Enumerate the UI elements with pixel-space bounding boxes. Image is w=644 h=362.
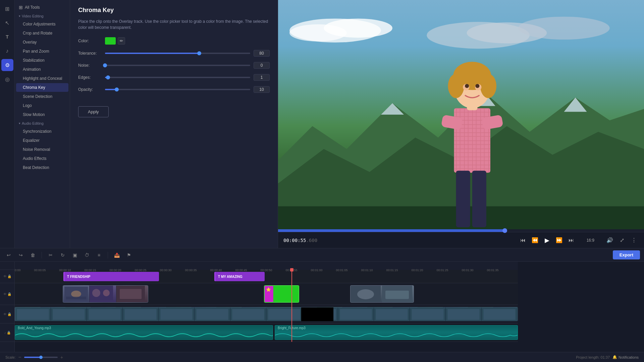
tool-noise-removal[interactable]: Noise Removal	[16, 145, 68, 154]
tolerance-track[interactable]	[105, 53, 250, 54]
noise-track[interactable]	[105, 65, 250, 66]
svg-point-20	[480, 74, 496, 98]
edges-thumb[interactable]	[106, 75, 110, 79]
track-controls-column: 👁 🔒 👁 🔒 👁 🔒 ♪ 🔒	[0, 262, 15, 352]
text-track-vis-icon[interactable]: 👁	[3, 275, 7, 278]
video-track-vis-icon[interactable]: 👁	[3, 292, 7, 296]
overlay-track-vis-icon[interactable]: 👁	[3, 312, 7, 316]
cut-button[interactable]: ✂	[46, 250, 55, 260]
tool-beat-detection[interactable]: Beat Detection	[16, 163, 68, 172]
next-frame-button[interactable]: ⏩	[554, 236, 564, 245]
ripple-button[interactable]: ↻	[58, 250, 67, 260]
all-tools-header[interactable]: ⊞ All Tools	[15, 3, 70, 12]
tool-overlay[interactable]: Overlay	[16, 38, 68, 47]
scale-thumb[interactable]	[39, 356, 43, 359]
icon-bar-music[interactable]: ♪	[1, 45, 13, 57]
svg-rect-47	[15, 307, 518, 321]
noise-thumb[interactable]	[103, 63, 107, 67]
tool-chroma-key[interactable]: Chroma Key	[16, 83, 68, 92]
tool-scene-detection[interactable]: Scene Detection	[16, 92, 68, 101]
video-editing-section[interactable]: ▾ Video Editing	[15, 12, 70, 19]
svg-marker-3	[381, 103, 404, 115]
tool-stabilization[interactable]: Stabilization	[16, 56, 68, 65]
opacity-thumb[interactable]	[115, 87, 119, 92]
icon-bar-text[interactable]: T	[1, 31, 13, 43]
apply-button[interactable]: Apply	[78, 106, 109, 117]
speed-button[interactable]: ⏱	[82, 250, 92, 260]
fullscreen-icon[interactable]: ⤢	[617, 236, 627, 245]
flag-button[interactable]: ⚑	[124, 250, 133, 260]
ruler-mark-14: 00:01:10	[361, 268, 373, 272]
tool-equalizer[interactable]: Equalizer	[16, 136, 68, 145]
audio-editing-section[interactable]: ▾ Audio Editing	[15, 119, 70, 127]
tool-pan-and-zoom[interactable]: Pan and Zoom	[16, 47, 68, 56]
overlay-track-lock-icon[interactable]: 🔒	[7, 312, 11, 316]
tool-logo[interactable]: Logo	[16, 101, 68, 110]
tolerance-thumb[interactable]	[197, 51, 201, 55]
volume-icon[interactable]: 🔊	[605, 236, 614, 245]
markers-button[interactable]: ≡	[94, 250, 104, 260]
person-svg	[417, 27, 527, 229]
my-amazing-clip[interactable]: T MY AMAZING	[214, 272, 265, 281]
svg-rect-48	[301, 307, 333, 321]
color-swatch[interactable]	[105, 37, 116, 45]
delete-button[interactable]: 🗑	[28, 250, 38, 260]
export-button[interactable]: Export	[613, 250, 640, 259]
tool-animation[interactable]: Animation	[16, 65, 68, 74]
tool-slow-motion[interactable]: Slow Motion	[16, 110, 68, 119]
green-screen-clip[interactable]: ⭐	[264, 285, 299, 303]
undo-button[interactable]: ↩	[4, 250, 13, 260]
grid-icon: ⊞	[19, 5, 23, 10]
opacity-track[interactable]	[105, 89, 250, 90]
preview-progress-bar[interactable]	[278, 229, 644, 232]
timeline-area: ↩ ↪ 🗑 ✂ ↻ ▣ ⏱ ≡ 📤 ⚑ Export 👁 🔒 👁 🔒	[0, 248, 644, 362]
audio-track-vis-icon[interactable]: ♪	[4, 331, 6, 335]
text-track-lock-icon[interactable]: 🔒	[7, 275, 11, 278]
icon-bar-grid[interactable]: ⊞	[1, 3, 13, 15]
main-video-clip[interactable]	[15, 307, 518, 321]
crop-button[interactable]: ▣	[70, 250, 79, 260]
tool-audio-effects[interactable]: Audio Effects	[16, 154, 68, 163]
icon-bar-cursor[interactable]: ↖	[1, 17, 13, 29]
scale-minus-icon[interactable]: −	[18, 354, 21, 360]
play-button[interactable]: ▶	[542, 236, 552, 245]
edges-input[interactable]	[254, 74, 270, 81]
more-options-button[interactable]: ⋮	[629, 236, 639, 245]
prev-frame-button[interactable]: ⏪	[530, 236, 540, 245]
color-control: ✏	[105, 37, 270, 45]
tolerance-fill	[105, 53, 199, 54]
color-picker-button[interactable]: ✏	[118, 37, 125, 45]
friendship-clip[interactable]: T FRIENDSHIP	[63, 272, 159, 281]
icon-bar-tools[interactable]: ⚙	[1, 59, 13, 71]
scale-bar: Scale: − + Project length: 01:37 🔔 Notif…	[0, 352, 644, 362]
skip-forward-button[interactable]: ⏭	[567, 236, 576, 245]
edges-track[interactable]	[105, 77, 250, 78]
edges-slider-wrap	[105, 77, 250, 78]
tolerance-input[interactable]	[254, 50, 270, 57]
tool-crop-and-rotate[interactable]: Crop and Rotate	[16, 29, 68, 38]
tracks-container: T FRIENDSHIP T MY AMAZING	[15, 270, 518, 342]
tool-color-adjustments[interactable]: Color Adjustments	[16, 20, 68, 28]
audio-clip-bold-young[interactable]: Bold_And_Young.mp3	[15, 325, 273, 340]
video-track-lock-icon[interactable]: 🔒	[7, 292, 11, 296]
skip-back-button[interactable]: ⏮	[518, 236, 528, 245]
opacity-input[interactable]	[254, 86, 270, 93]
timeline-scroll[interactable]: 00:00:00 00:00:05 00:00:10 00:00:15 00:0…	[15, 262, 644, 352]
export-frame-button[interactable]: 📤	[112, 250, 121, 260]
noise-input[interactable]	[254, 62, 270, 69]
tool-highlight-and-conceal[interactable]: Highlight and Conceal	[16, 74, 68, 83]
tool-synchronization[interactable]: Synchronization	[16, 127, 68, 136]
project-length: Project length: 01:37	[576, 355, 610, 359]
notifications-button[interactable]: 🔔 Notifications	[612, 355, 639, 359]
audio-track-lock-icon[interactable]: 🔒	[7, 331, 11, 335]
redo-button[interactable]: ↪	[16, 250, 25, 260]
audio-clip-bright-future[interactable]: Bright_Future.mp3	[275, 325, 518, 340]
video-clip-1[interactable]	[63, 285, 148, 303]
scale-plus-icon[interactable]: +	[60, 355, 63, 360]
icon-bar-misc[interactable]: ◎	[1, 73, 13, 85]
playhead[interactable]	[291, 270, 292, 342]
timeline-ruler: 00:00:00 00:00:05 00:00:10 00:00:15 00:0…	[15, 262, 518, 270]
scale-slider[interactable]	[24, 357, 58, 358]
video-clip-2[interactable]	[350, 285, 414, 303]
color-row-wrap: ✏	[105, 37, 125, 45]
